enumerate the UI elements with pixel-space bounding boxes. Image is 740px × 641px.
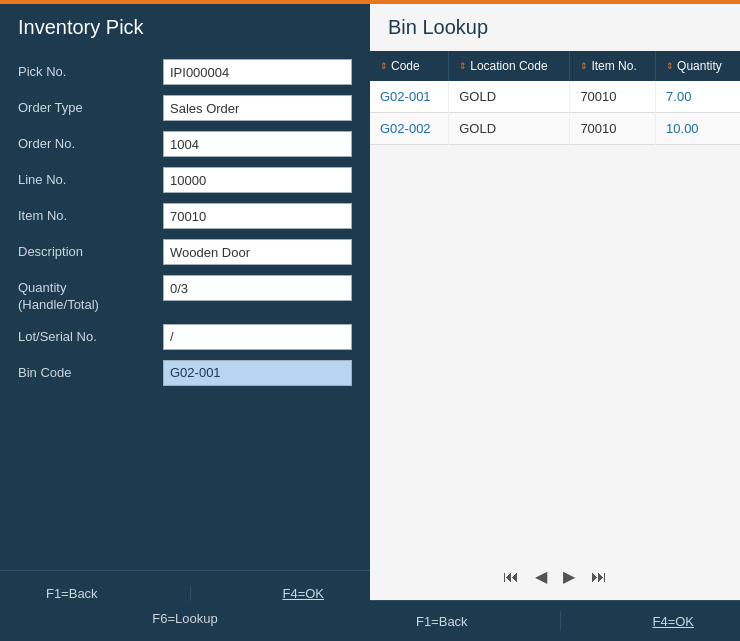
label-order-no: Order No. [18, 131, 163, 153]
col-location-label: Location Code [470, 59, 547, 73]
pagination: ⏮ ◀ ▶ ⏭ [370, 553, 740, 600]
f1-back-right-btn[interactable]: F1=Back [416, 614, 468, 629]
cell-quantity-1: 10.00 [656, 113, 740, 145]
cell-item-0: 70010 [570, 81, 656, 113]
col-item-label: Item No. [591, 59, 636, 73]
label-quantity: Quantity (Handle/Total) [18, 275, 163, 314]
form-row-bin-code: Bin Code [18, 360, 352, 386]
form-row-order-no: Order No. [18, 131, 352, 157]
left-panel: Inventory Pick Pick No.Order TypeOrder N… [0, 0, 370, 641]
footer-row-2: F6=Lookup [0, 606, 370, 631]
cell-location-1: GOLD [449, 113, 570, 145]
bin-table-container: ⇕ Code ⇕ Location Code ⇕ Item No. [370, 51, 740, 553]
input-item-no[interactable] [163, 203, 352, 229]
col-quantity-header[interactable]: ⇕ Quantity [656, 51, 740, 81]
cell-quantity-0: 7.00 [656, 81, 740, 113]
col-code-label: Code [391, 59, 420, 73]
pagination-last[interactable]: ⏭ [587, 566, 611, 588]
label-description: Description [18, 239, 163, 261]
right-panel: Bin Lookup ⇕ Code ⇕ Location Code [370, 0, 740, 641]
form-row-line-no: Line No. [18, 167, 352, 193]
pagination-prev[interactable]: ◀ [531, 565, 551, 588]
label-line-no: Line No. [18, 167, 163, 189]
input-bin-code[interactable] [163, 360, 352, 386]
label-item-no: Item No. [18, 203, 163, 225]
right-footer: F1=Back F4=OK [370, 600, 740, 641]
col-item-header[interactable]: ⇕ Item No. [570, 51, 656, 81]
col-location-header[interactable]: ⇕ Location Code [449, 51, 570, 81]
pagination-next[interactable]: ▶ [559, 565, 579, 588]
bin-lookup-table: ⇕ Code ⇕ Location Code ⇕ Item No. [370, 51, 740, 145]
col-code-header[interactable]: ⇕ Code [370, 51, 449, 81]
left-form: Pick No.Order TypeOrder No.Line No.Item … [0, 51, 370, 570]
form-row-item-no: Item No. [18, 203, 352, 229]
label-pick-no: Pick No. [18, 59, 163, 81]
cell-item-1: 70010 [570, 113, 656, 145]
f1-back-left-btn[interactable]: F1=Back [46, 586, 98, 601]
cell-code-0: G02-001 [370, 81, 449, 113]
input-line-no[interactable] [163, 167, 352, 193]
input-order-no[interactable] [163, 131, 352, 157]
f4-ok-left-btn[interactable]: F4=OK [282, 586, 324, 601]
form-row-pick-no: Pick No. [18, 59, 352, 85]
right-title: Bin Lookup [370, 0, 740, 51]
table-row[interactable]: G02-001GOLD700107.00 [370, 81, 740, 113]
cell-code-1: G02-002 [370, 113, 449, 145]
cell-location-0: GOLD [449, 81, 570, 113]
form-row-quantity: Quantity (Handle/Total) [18, 275, 352, 314]
label-order-type: Order Type [18, 95, 163, 117]
form-row-lot-serial: Lot/Serial No. [18, 324, 352, 350]
input-description[interactable] [163, 239, 352, 265]
col-quantity-label: Quantity [677, 59, 722, 73]
sort-icon-quantity: ⇕ [666, 61, 674, 71]
f6-lookup-btn[interactable]: F6=Lookup [152, 611, 217, 626]
input-pick-no[interactable] [163, 59, 352, 85]
footer-row-1: F1=Back F4=OK [0, 581, 370, 606]
sort-icon-item: ⇕ [580, 61, 588, 71]
form-row-description: Description [18, 239, 352, 265]
label-lot-serial: Lot/Serial No. [18, 324, 163, 346]
left-title: Inventory Pick [0, 0, 370, 51]
input-lot-serial[interactable] [163, 324, 352, 350]
left-footer: F1=Back F4=OK F6=Lookup [0, 570, 370, 641]
input-order-type[interactable] [163, 95, 352, 121]
pagination-first[interactable]: ⏮ [499, 566, 523, 588]
input-quantity[interactable] [163, 275, 352, 301]
sort-icon-location: ⇕ [459, 61, 467, 71]
form-row-order-type: Order Type [18, 95, 352, 121]
sort-icon-code: ⇕ [380, 61, 388, 71]
f4-ok-right-btn[interactable]: F4=OK [652, 614, 694, 629]
table-row[interactable]: G02-002GOLD7001010.00 [370, 113, 740, 145]
label-bin-code: Bin Code [18, 360, 163, 382]
